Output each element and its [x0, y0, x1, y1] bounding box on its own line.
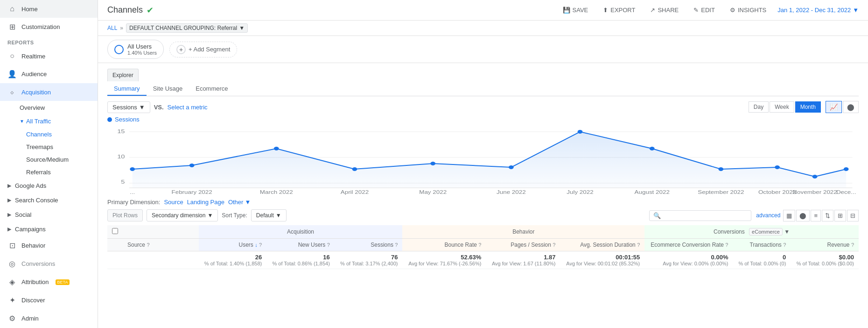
day-button[interactable]: Day [749, 101, 769, 113]
sessions-metric-button[interactable]: Sessions ▼ [107, 101, 150, 113]
secondary-dimension-button[interactable]: Secondary dimension ▼ [147, 209, 218, 221]
sessions-chart: 15 10 5 [107, 125, 859, 195]
tab-site-usage[interactable]: Site Usage [147, 82, 189, 96]
save-button[interactable]: 💾 SAVE [559, 4, 592, 16]
custom-view-button[interactable]: ⊟ [847, 210, 859, 221]
grid-view-button[interactable]: ▦ [783, 210, 795, 221]
breadcrumb: ALL » DEFAULT CHANNEL GROUPING: Referral… [98, 21, 868, 36]
th-avg-session[interactable]: Avg. Session Duration ? [560, 239, 644, 251]
avg-session-help-icon[interactable]: ? [637, 242, 640, 248]
svg-point-11 [352, 167, 357, 171]
other-dimension-label: Other [228, 199, 244, 206]
sidebar-item-conversions[interactable]: ◎ Conversions [0, 255, 98, 273]
other-dimension-dropdown[interactable]: Other ▼ [228, 199, 251, 206]
total-pages-sub: Avg for View: 1.67 (11.80%) [490, 261, 555, 266]
export-button[interactable]: ⬆ EXPORT [599, 4, 639, 16]
share-button[interactable]: ↗ SHARE [646, 4, 682, 16]
sidebar-item-audience[interactable]: 👤 Audience [0, 65, 98, 83]
sessions-help-icon[interactable]: ? [395, 242, 398, 248]
th-sessions[interactable]: Sessions ? [335, 239, 403, 251]
sidebar-item-social[interactable]: ▶ Social [0, 207, 98, 222]
bounce-help-icon[interactable]: ? [478, 242, 481, 248]
sidebar-sub-referrals[interactable]: Referrals [0, 166, 98, 178]
users-help-icon[interactable]: ? [259, 242, 262, 248]
legend-label: Sessions [115, 116, 140, 123]
channel-grouping-badge[interactable]: DEFAULT CHANNEL GROUPING: Referral ▼ [126, 23, 248, 33]
th-revenue[interactable]: Revenue ? [791, 239, 859, 251]
segments-bar: All Users 1.40% Users + + Add Segment [98, 36, 868, 63]
sidebar-sub-channels[interactable]: Channels [0, 128, 98, 141]
svg-text:May 2022: May 2022 [419, 190, 447, 195]
svg-text:15: 15 [117, 128, 125, 135]
th-bounce-rate[interactable]: Bounce Rate ? [402, 239, 486, 251]
pie-chart-button[interactable]: ⬤ [843, 101, 859, 113]
sidebar-item-behavior[interactable]: ⊡ Behavior [0, 236, 98, 255]
sidebar-referrals-label: Referrals [26, 169, 51, 176]
attribution-icon: ◈ [7, 278, 17, 286]
ecommerce-dropdown[interactable]: eCommerce ▼ [749, 228, 790, 235]
sort-type-button[interactable]: Default ▼ [251, 209, 287, 221]
th-users[interactable]: Users ↓ ? [199, 239, 267, 251]
acquisition-icon: ⬦ [7, 88, 17, 96]
list-view-button[interactable]: ≡ [811, 210, 821, 221]
total-users-value: 26 [203, 254, 262, 261]
settings-view-button[interactable]: ⊞ [834, 210, 846, 221]
th-source[interactable]: Source ? [123, 239, 199, 251]
th-ecommerce-rate[interactable]: Ecommerce Conversion Rate ? [644, 239, 733, 251]
table-search-box[interactable]: 🔍 [649, 210, 751, 221]
sidebar-sub-overview[interactable]: Overview [0, 101, 98, 114]
sidebar-item-home[interactable]: ⌂ Home [0, 0, 98, 18]
sidebar-item-acquisition[interactable]: ⬦ Acquisition [0, 83, 98, 101]
sidebar-item-discover[interactable]: ✦ Discover [0, 291, 98, 309]
line-chart-button[interactable]: 📈 [826, 101, 842, 113]
search-input[interactable] [663, 212, 747, 219]
sidebar-item-attribution[interactable]: ◈ Attribution BETA [0, 273, 98, 291]
week-button[interactable]: Week [770, 101, 794, 113]
sidebar: ⌂ Home ⊞ Customization REPORTS ○ Realtim… [0, 0, 98, 328]
all-users-segment[interactable]: All Users 1.40% Users [107, 40, 164, 59]
source-dimension-link[interactable]: Source [164, 199, 183, 206]
svg-text:February 2022: February 2022 [172, 190, 212, 195]
sidebar-item-customization[interactable]: ⊞ Customization [0, 18, 98, 36]
edit-button[interactable]: ✎ EDIT [690, 4, 719, 16]
home-icon: ⌂ [7, 5, 17, 13]
date-range-selector[interactable]: Jan 1, 2022 - Dec 31, 2022 ▼ [777, 7, 859, 14]
sidebar-sub-all-traffic[interactable]: ▼ All Traffic [0, 114, 98, 128]
select-metric-link[interactable]: Select a metric [168, 104, 208, 111]
tab-ecommerce[interactable]: Ecommerce [189, 82, 234, 96]
advanced-link[interactable]: advanced [756, 212, 780, 219]
th-new-users[interactable]: New Users ? [266, 239, 335, 251]
source-help-icon[interactable]: ? [147, 242, 149, 248]
month-button[interactable]: Month [795, 101, 821, 113]
pivot-view-button[interactable]: ⇅ [822, 210, 833, 221]
sessions-metric-label: Sessions [112, 104, 137, 111]
sidebar-item-admin[interactable]: ⚙ Admin [0, 309, 98, 328]
sidebar-item-realtime[interactable]: ○ Realtime [0, 47, 98, 65]
breadcrumb-all[interactable]: ALL [107, 25, 117, 31]
revenue-help-icon[interactable]: ? [851, 242, 854, 248]
sidebar-sub-source-medium[interactable]: Source/Medium [0, 153, 98, 166]
sidebar-item-campaigns[interactable]: ▶ Campaigns [0, 222, 98, 236]
new-users-help-icon[interactable]: ? [327, 242, 330, 248]
th-transactions[interactable]: Transactions ? [733, 239, 791, 251]
svg-point-19 [844, 167, 849, 171]
tab-summary[interactable]: Summary [107, 82, 147, 96]
data-table: Acquisition Behavior Conversions eCommer… [107, 225, 859, 269]
transactions-help-icon[interactable]: ? [783, 242, 786, 248]
sidebar-item-search-console[interactable]: ▶ Search Console [0, 193, 98, 207]
checkbox-header [107, 225, 123, 239]
select-all-checkbox[interactable] [112, 228, 118, 234]
th-pages-session[interactable]: Pages / Session ? [486, 239, 560, 251]
sidebar-item-google-ads[interactable]: ▶ Google Ads [0, 178, 98, 193]
pages-help-icon[interactable]: ? [553, 242, 555, 248]
ecommerce-chevron: ▼ [784, 228, 790, 235]
insights-icon: ⚙ [730, 7, 735, 14]
sidebar-attribution-label: Attribution [21, 278, 49, 285]
add-segment-button[interactable]: + + Add Segment [169, 42, 237, 57]
landing-page-dimension-link[interactable]: Landing Page [187, 199, 224, 206]
ecommerce-rate-help-icon[interactable]: ? [725, 242, 728, 248]
comparison-view-button[interactable]: ⬤ [796, 210, 810, 221]
insights-button[interactable]: ⚙ INSIGHTS [726, 4, 770, 16]
sidebar-sub-treemaps[interactable]: Treemaps [0, 141, 98, 153]
svg-text:10: 10 [117, 154, 125, 160]
